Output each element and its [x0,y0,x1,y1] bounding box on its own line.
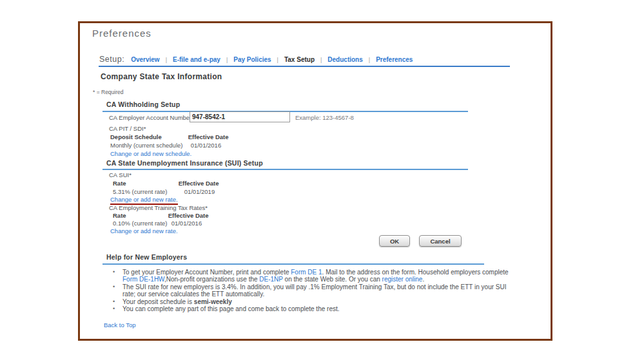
setup-nav: Setup: Overview | E-file and e-pay | Pay… [99,55,413,64]
bullet-icon: • [113,283,115,291]
preferences-window: Preferences Setup: Overview | E-file and… [78,21,552,341]
bullet-icon: • [113,298,115,305]
cancel-button[interactable]: Cancel [419,235,462,247]
deposit-schedule-value-row: Monthly (current schedule) 01/01/2016 [110,142,221,149]
bullet-icon: • [113,269,115,276]
ett-effective-date-value: 01/01/2016 [171,220,202,227]
bullet-icon: • [113,305,115,312]
effective-date-column-header: Effective Date [188,133,229,140]
account-number-label: CA Employer Account Number [109,114,191,121]
effective-date-value: 01/01/2016 [191,142,222,149]
account-number-input[interactable] [190,111,290,122]
help-bullet: •You can complete any part of this page … [112,305,516,312]
nav-link-efile-epay[interactable]: E-file and e-pay [173,56,220,63]
nav-underline-rule [99,66,510,67]
nav-link-pay-policies[interactable]: Pay Policies [233,56,271,63]
help-text: ,Non-profit organizations use the [164,276,259,283]
required-note: * = Required [93,89,124,95]
change-sui-rate-link[interactable]: Change or add new rate. [110,196,178,205]
nav-link-overview[interactable]: Overview [131,56,159,63]
nav-link-deductions[interactable]: Deductions [327,56,362,63]
help-link[interactable]: DE-1NP [259,276,283,283]
back-to-top-link[interactable]: Back to Top [104,321,135,329]
nav-separator: | [369,57,370,63]
deposit-schedule-header-row: Deposit Schedule Effective Date [110,133,228,140]
help-bullets: •To get your Employer Account Number, pr… [112,269,516,312]
sui-rate-column-header: Rate [113,180,177,187]
nav-separator: | [320,57,322,63]
ett-rate-value-row: 0.10% (current rate) 01/01/2016 [113,220,202,227]
ett-rate-column-header: Rate [113,212,166,219]
help-text: on the state Web site. Or you can [283,276,382,283]
help-bullet: •The SUI rate for new employers is 3.4%.… [112,283,516,298]
help-text: The SUI rate for new employers is 3.4%. … [122,283,506,298]
page-title: Preferences [92,28,151,39]
ett-rate-header-row: Rate Effective Date [113,212,208,219]
section-rule [102,263,484,265]
sui-effective-date-column-header: Effective Date [179,180,219,187]
nav-link-preferences[interactable]: Preferences [376,56,413,63]
ett-label: CA Employment Training Tax Rates* [109,204,208,211]
sui-rate-value: 5.31% (current rate) [113,188,182,195]
section-title-sui: CA State Unemployment Insurance (SUI) Se… [106,159,263,167]
help-bullet: •To get your Employer Account Number, pr… [112,269,516,283]
sui-rate-header-row: Rate Effective Date [113,180,219,187]
nav-separator: | [166,57,167,63]
ett-effective-date-column-header: Effective Date [168,212,209,219]
pit-sdi-label: CA PIT / SDI* [109,125,146,132]
help-text: . [422,276,424,283]
ett-rate-value: 0.10% (current rate) [113,220,170,227]
sui-effective-date-value: 01/01/2019 [184,188,215,195]
section-title-help: Help for New Employers [106,253,187,261]
deposit-schedule-column-header: Deposit Schedule [110,133,186,140]
help-text: To get your Employer Account Number, pri… [122,269,291,276]
help-link[interactable]: register online [382,276,423,283]
section-title-withholding: CA Withholding Setup [106,100,180,108]
help-text: You can complete any part of this page a… [122,305,340,312]
nav-separator: | [226,57,228,63]
help-text: semi-weekly [194,298,232,305]
help-text: Your deposit schedule is [122,298,194,305]
help-bullet: •Your deposit schedule is semi-weekly [112,298,516,305]
nav-separator: | [277,57,278,63]
help-link[interactable]: Form DE-1HW [122,276,164,283]
help-text: . Mail to the address on the form. House… [322,269,509,276]
account-number-example: Example: 123-4567-8 [295,114,354,121]
sui-rate-value-row: 5.31% (current rate) 01/01/2019 [113,188,215,195]
nav-current-tax-setup[interactable]: Tax Setup [284,56,315,63]
help-link[interactable]: Form DE 1 [291,269,322,276]
deposit-schedule-value: Monthly (current schedule) [110,142,189,149]
change-ett-rate-link[interactable]: Change or add new rate. [110,227,178,234]
change-schedule-link[interactable]: Change or add new schedule. [110,150,191,157]
ca-sui-label: CA SUI* [109,171,132,178]
section-rule [102,169,468,170]
content-heading: Company State Tax Information [101,72,222,81]
setup-nav-label: Setup: [99,55,124,64]
ok-button[interactable]: OK [379,235,410,247]
